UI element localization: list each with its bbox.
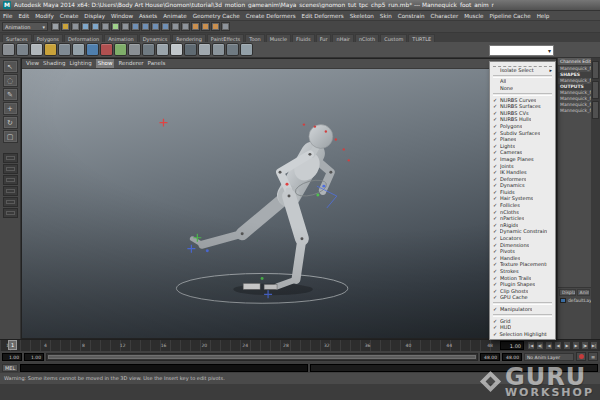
shelf-icon-5[interactable]: [58, 43, 71, 56]
open-render-view-button[interactable]: [191, 22, 200, 31]
range-slider-track[interactable]: [46, 353, 478, 361]
current-time-indicator[interactable]: 1: [8, 340, 17, 350]
go-to-end-button[interactable]: ▶|: [590, 341, 598, 350]
panel-menu-item[interactable]: Show: [96, 59, 115, 68]
select-tool[interactable]: ↖: [3, 60, 18, 73]
show-menu-item[interactable]: ✓ NURBS Curves ▸: [490, 97, 555, 104]
render-current-frame-button[interactable]: [201, 22, 210, 31]
show-menu-item[interactable]: ✓ Selection Highlighting ▸: [490, 331, 555, 338]
shelf-tab[interactable]: Polygons: [33, 34, 63, 42]
play-backwards-button[interactable]: ◀: [554, 341, 562, 350]
select-by-component-button[interactable]: [121, 22, 130, 31]
shelf-icon-18[interactable]: [240, 43, 253, 56]
open-scene-button[interactable]: [61, 22, 70, 31]
menu-item[interactable]: File: [0, 11, 15, 21]
show-menu-item[interactable]: ✓ GPU Cache ▸: [490, 295, 555, 302]
construction-history-button[interactable]: [181, 22, 190, 31]
playback-start-field[interactable]: 1.00: [24, 353, 44, 361]
menu-item[interactable]: Create: [57, 11, 82, 21]
show-menu-item[interactable]: ✓ Subdiv Surfaces ▸: [490, 130, 555, 137]
step-forward-key-button[interactable]: |▶: [581, 341, 589, 350]
show-menu-item[interactable]: ✓ Plugin Shapes ▸: [490, 281, 555, 288]
show-menu-item[interactable]: ✓ ▸: [493, 302, 552, 305]
menu-item[interactable]: Edit Deformers: [299, 11, 347, 21]
step-forward-frame-button[interactable]: ▶: [572, 341, 580, 350]
shelf-tab[interactable]: Surfaces: [2, 34, 32, 42]
scale-tool[interactable]: ▢: [3, 130, 18, 143]
shelf-icon-8[interactable]: [100, 43, 113, 56]
show-menu-item[interactable]: ✓ NURBS Hulls ▸: [490, 117, 555, 124]
show-menu-item[interactable]: ✓ NURBS CVs ▸: [490, 110, 555, 117]
layer-row[interactable]: defaultLayer: [558, 297, 591, 304]
shelf-tab[interactable]: Custom: [380, 34, 407, 42]
command-input[interactable]: [20, 364, 308, 372]
show-menu-item[interactable]: ✓ Follicles ▸: [490, 202, 555, 209]
layout-outliner[interactable]: [3, 208, 18, 218]
menu-item[interactable]: Character: [428, 11, 462, 21]
show-menu-item[interactable]: ✓ All ▸: [490, 79, 555, 86]
channel-box-header[interactable]: Channels Edit: [558, 58, 591, 66]
mannequin-character[interactable]: [192, 125, 332, 287]
layer-tab[interactable]: Anim: [577, 289, 590, 296]
playback-end-field[interactable]: 48.00: [480, 353, 500, 361]
show-menu-item[interactable]: ✓ Hair Systems ▸: [490, 196, 555, 203]
shelf-icon-1[interactable]: [2, 43, 15, 56]
show-menu-item[interactable]: ✓ Fluids ▸: [490, 189, 555, 196]
panel-menu-item[interactable]: Renderer: [118, 59, 143, 68]
show-menu-item[interactable]: ✓ Locators ▸: [490, 235, 555, 242]
paint-select-tool[interactable]: ✎: [3, 88, 18, 101]
animation-start-field[interactable]: 1.00: [2, 353, 22, 361]
show-menu-item[interactable]: ✓ Lights ▸: [490, 143, 555, 150]
show-menu-item[interactable]: ✓ Pivots ▸: [490, 248, 555, 255]
menu-item[interactable]: Assets: [136, 11, 160, 21]
shelf-tab[interactable]: Toon: [245, 34, 265, 42]
menu-item[interactable]: Muscle: [461, 11, 486, 21]
panel-menu-item[interactable]: Lighting: [69, 59, 91, 68]
shelf-tab[interactable]: nCloth: [355, 34, 379, 42]
ipr-render-button[interactable]: [211, 22, 220, 31]
shelf-icon-17[interactable]: [226, 43, 239, 56]
show-menu-item[interactable]: ✓ Deformers ▸: [490, 176, 555, 183]
show-menu-item[interactable]: ✓ HUD ▸: [490, 324, 555, 331]
shelf-tab[interactable]: Fur: [316, 34, 332, 42]
layout-single-pane[interactable]: [3, 153, 18, 163]
layout-persp-outliner[interactable]: [3, 175, 18, 185]
shelf-icon-9[interactable]: [114, 43, 127, 56]
manipulator-markers[interactable]: [159, 119, 272, 299]
shelf-tab[interactable]: nHair: [332, 34, 353, 42]
save-scene-button[interactable]: [71, 22, 80, 31]
layer-tab[interactable]: Display: [559, 289, 576, 296]
menu-item[interactable]: Animate: [160, 11, 189, 21]
shelf-tab[interactable]: Fluids: [292, 34, 315, 42]
shelf-icon-15[interactable]: [198, 43, 211, 56]
shelf-tab[interactable]: PaintEffects: [207, 34, 244, 42]
rotate-tool[interactable]: ↻: [3, 116, 18, 129]
show-menu-item[interactable]: ✓ Grid ▸: [490, 318, 555, 325]
show-menu-item[interactable]: ✓ ▸: [493, 75, 552, 78]
mel-toggle[interactable]: MEL: [2, 364, 18, 372]
root-control-circle[interactable]: [176, 273, 347, 303]
shelf-icon-14[interactable]: [184, 43, 197, 56]
shelf-tab[interactable]: Muscle: [266, 34, 291, 42]
show-menu-item[interactable]: ✓ Image Planes ▸: [490, 156, 555, 163]
undo-button[interactable]: [81, 22, 90, 31]
make-live-button[interactable]: [171, 22, 180, 31]
layout-hypershade[interactable]: [3, 186, 18, 196]
show-menu-item[interactable]: ✓ Clip Ghosts ▸: [490, 288, 555, 295]
shelf-icon-11[interactable]: [142, 43, 155, 56]
menu-item[interactable]: Geometry Cache: [190, 11, 243, 21]
panel-menu-item[interactable]: Panels: [148, 59, 166, 68]
play-forwards-button[interactable]: ▶: [563, 341, 571, 350]
show-menu-item[interactable]: ✓ Strokes ▸: [490, 268, 555, 275]
viewport-canvas[interactable]: [22, 69, 556, 338]
shelf-icon-4[interactable]: [44, 43, 57, 56]
menu-item[interactable]: Modify: [32, 11, 57, 21]
shelf-tab[interactable]: Deformation: [64, 34, 103, 42]
shelf-icon-6[interactable]: [72, 43, 85, 56]
go-to-start-button[interactable]: |◀: [527, 341, 535, 350]
show-menu-item[interactable]: ✓ Isolate Select ▸: [490, 67, 555, 74]
show-menu-item[interactable]: ✓ Dynamic Constraints ▸: [490, 229, 555, 236]
shelf-tab[interactable]: Animation: [104, 34, 138, 42]
show-menu-item[interactable]: ✓ Manipulators ▸: [490, 306, 555, 313]
show-menu-item[interactable]: ✓ ▸: [493, 314, 552, 317]
